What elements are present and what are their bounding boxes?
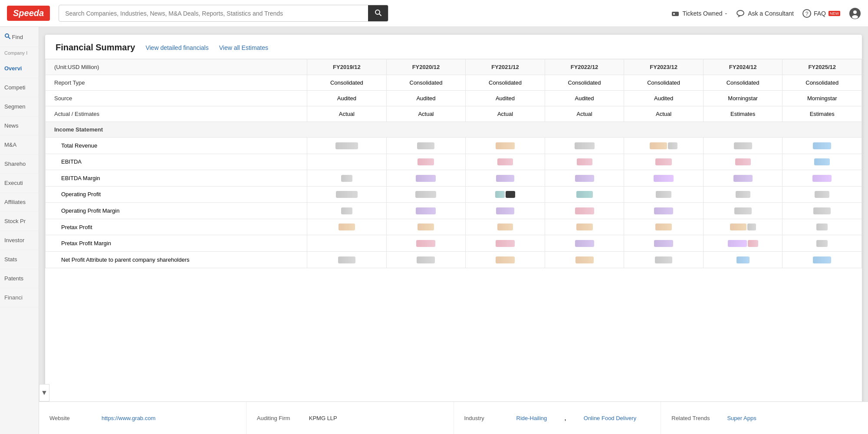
tickets-owned[interactable]: Tickets Owned - [671, 9, 727, 18]
op-fy2025 [783, 186, 862, 203]
svg-point-9 [852, 15, 858, 19]
ptm-fy2022 [545, 235, 624, 252]
industry-separator: , [564, 414, 566, 422]
sidebar-find[interactable]: Find [0, 27, 39, 47]
sidebar-item-financials[interactable]: Financi [0, 288, 39, 307]
svg-line-1 [379, 14, 381, 16]
chat-icon [736, 9, 745, 18]
source-label: Source [46, 91, 307, 106]
np-fy2021 [466, 251, 545, 268]
ebitda-fy2024 [703, 154, 783, 170]
related-trends-value[interactable]: Super Apps [727, 415, 756, 421]
op-fy2023 [624, 186, 704, 203]
faq-label: FAQ [814, 10, 826, 17]
pretax-fy2024 [703, 219, 783, 235]
sidebar-item-affiliates[interactable]: Affiliates [0, 193, 39, 212]
financial-table-container[interactable]: (Unit:USD Million) FY2019/12 FY2020/12 F… [45, 59, 862, 424]
ebitda-fy2021 [466, 154, 545, 170]
report-type-fy2022: Consolidated [545, 75, 624, 91]
industry-value-1[interactable]: Ride-Hailing [516, 415, 547, 421]
industry-section: Industry Ride-Hailing , Online Food Deli… [454, 402, 661, 434]
op-fy2020 [386, 186, 466, 203]
col-fy2020: FY2020/12 [386, 59, 466, 75]
ebitda-margin-row: EBITDA Margin [46, 170, 862, 187]
scroll-down-arrow[interactable]: ▼ [39, 384, 49, 401]
panel-title: Financial Summary [56, 43, 135, 53]
ptm-fy2024 [703, 235, 783, 252]
source-fy2019: Audited [307, 91, 387, 106]
search-input[interactable] [59, 7, 368, 20]
ebitda-margin-fy2019 [307, 170, 387, 187]
ebitda-label: EBITDA [46, 154, 307, 170]
view-all-estimates-link[interactable]: View all Estimates [219, 44, 268, 51]
ptm-fy2021 [466, 235, 545, 252]
income-statement-section: Income Statement [46, 122, 862, 138]
col-fy2022: FY2022/12 [545, 59, 624, 75]
income-statement-label: Income Statement [46, 122, 862, 138]
ebitda-margin-fy2023 [624, 170, 704, 187]
sidebar-item-investors[interactable]: Investor [0, 231, 39, 250]
opm-label: Operating Profit Margin [46, 203, 307, 219]
sidebar-item-executives[interactable]: Executi [0, 174, 39, 193]
source-fy2023: Audited [624, 91, 704, 106]
ebitda-row: EBITDA [46, 154, 862, 170]
opm-fy2021 [466, 203, 545, 219]
find-icon [4, 33, 10, 39]
search-button[interactable] [368, 5, 388, 21]
ebitda-fy2023 [624, 154, 704, 170]
financial-summary-panel: Financial Summary View detailed financia… [45, 35, 862, 434]
website-label: Website [49, 415, 84, 421]
op-fy2021 [466, 186, 545, 203]
ebitda-margin-label: EBITDA Margin [46, 170, 307, 187]
sidebar-item-stats[interactable]: Stats [0, 250, 39, 269]
sidebar-item-ma[interactable]: M&A [0, 135, 39, 155]
actual-estimates-label: Actual / Estimates [46, 106, 307, 122]
related-trends-label: Related Trends [671, 415, 710, 421]
sidebar-item-overview[interactable]: Overvi [0, 59, 39, 78]
ebitda-margin-fy2022 [545, 170, 624, 187]
total-revenue-fy2025 [783, 138, 862, 154]
sidebar-item-segments[interactable]: Segmen [0, 97, 39, 116]
col-fy2023: FY2023/12 [624, 59, 704, 75]
ask-consultant-label: Ask a Consultant [748, 10, 794, 17]
ptm-fy2019 [307, 235, 387, 252]
sidebar-item-news[interactable]: News [0, 116, 39, 135]
sidebar-item-patents[interactable]: Patents [0, 269, 39, 288]
report-type-fy2024: Consolidated [703, 75, 783, 91]
website-value[interactable]: https://www.grab.com [102, 415, 155, 421]
website-section: Website https://www.grab.com [39, 402, 247, 434]
sidebar-item-competitors[interactable]: Competi [0, 78, 39, 97]
sidebar: Find Company I Overvi Competi Segmen New… [0, 27, 39, 434]
view-detailed-financials-link[interactable]: View detailed financials [145, 44, 208, 51]
pretax-fy2022 [545, 219, 624, 235]
ptm-fy2025 [783, 235, 862, 252]
panel-header: Financial Summary View detailed financia… [45, 35, 862, 59]
pretax-label: Pretax Profit [46, 219, 307, 235]
total-revenue-label: Total Revenue [46, 138, 307, 154]
sidebar-item-stock[interactable]: Stock Pr [0, 212, 39, 231]
operating-profit-margin-row: Operating Profit Margin [46, 203, 862, 219]
nav-right: Tickets Owned - Ask a Consultant ? FAQ N… [671, 7, 861, 20]
logo[interactable]: Speeda [7, 6, 50, 21]
auditing-section: Auditing Firm KPMG LLP [247, 402, 454, 434]
actual-fy2023: Actual [624, 106, 704, 122]
total-revenue-fy2022 [545, 138, 624, 154]
np-fy2022 [545, 251, 624, 268]
total-revenue-row: Total Revenue [46, 138, 862, 154]
ticket-icon [671, 9, 680, 18]
industry-value-2[interactable]: Online Food Delivery [584, 415, 636, 421]
main-content: Financial Summary View detailed financia… [39, 27, 868, 434]
ebitda-margin-fy2020 [386, 170, 466, 187]
source-row: Source Audited Audited Audited Audited A… [46, 91, 862, 106]
sidebar-item-shareholders[interactable]: Shareho [0, 155, 39, 174]
pretax-fy2019 [307, 219, 387, 235]
report-type-label: Report Type [46, 75, 307, 91]
faq[interactable]: ? FAQ NEW [802, 9, 840, 18]
ebitda-fy2025 [783, 154, 862, 170]
user-avatar[interactable] [849, 7, 861, 20]
ask-consultant[interactable]: Ask a Consultant [736, 9, 794, 18]
tickets-value: - [725, 10, 727, 17]
report-type-fy2025: Consolidated [783, 75, 862, 91]
pretax-fy2020 [386, 219, 466, 235]
pretax-fy2021 [466, 219, 545, 235]
